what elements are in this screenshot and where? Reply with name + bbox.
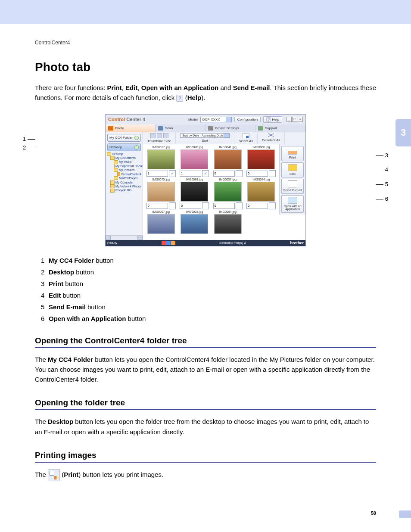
thumbnail[interactable] [214, 149, 242, 169]
refresh-icon [134, 136, 139, 140]
check-icon[interactable] [202, 202, 209, 209]
device-icon [208, 126, 213, 131]
select-all-icon [243, 133, 249, 138]
print-button[interactable]: Print [281, 146, 304, 161]
check-icon[interactable] [169, 202, 176, 209]
tab-scan[interactable]: Scan [156, 124, 206, 132]
callout-4: 4 [376, 166, 388, 173]
qty-input[interactable] [180, 171, 201, 177]
send-email-button[interactable]: Send E-mail [281, 179, 304, 194]
select-all-button[interactable]: Select All [234, 132, 258, 144]
thumbnail[interactable] [247, 149, 275, 169]
qty-input[interactable] [180, 203, 201, 209]
thumbnail-size-control[interactable]: Thumbnail Size [143, 132, 176, 144]
model-select[interactable]: DCP-XXXX [200, 117, 232, 122]
deselect-all-button[interactable]: Deselect All [258, 132, 285, 144]
edit-button[interactable]: Edit [281, 162, 304, 177]
section-rule [35, 409, 376, 410]
configuration-button[interactable]: Configuration [234, 117, 261, 122]
help-button[interactable]: ? Help [263, 116, 282, 123]
section-body: The (Print) button lets you print images… [35, 469, 376, 481]
thumbnail-grid: IMG0017.jpg✓ IMG0020.jpg✓ IMG0041.jpg IM… [143, 144, 279, 235]
support-icon [258, 126, 263, 131]
model-label: Model [188, 118, 198, 121]
print-icon [48, 469, 60, 481]
status-bar: Ready Selected File(s) 2 brother [106, 240, 305, 246]
qty-input[interactable] [246, 171, 268, 177]
print-icon [288, 148, 297, 155]
window-controls[interactable]: _□× [286, 117, 303, 122]
check-icon[interactable] [269, 202, 276, 209]
intro-paragraph: There are four functions: Print, Edit, O… [35, 83, 376, 103]
callout-3: 3 [376, 152, 388, 159]
section-body: The Desktop button lets you open the fol… [35, 417, 376, 437]
thumbnail[interactable] [181, 149, 208, 169]
thumbnail[interactable] [247, 182, 275, 202]
qty-input[interactable] [146, 203, 168, 209]
section-body: The My CC4 Folder button lets you open t… [35, 355, 376, 385]
thumbnail[interactable] [181, 214, 208, 234]
photo-icon [108, 126, 113, 131]
deselect-all-icon [268, 133, 274, 137]
section-heading: Opening the ControlCenter4 folder tree [35, 336, 376, 345]
section-heading: Printing images [35, 451, 376, 460]
qty-input[interactable] [146, 171, 168, 177]
app-brand: Control Center 4 [108, 117, 145, 122]
open-with-icon [288, 197, 297, 204]
check-icon[interactable] [269, 170, 276, 177]
qty-input[interactable] [213, 171, 235, 177]
refresh-icon [134, 145, 139, 149]
tab-support[interactable]: Support [255, 124, 305, 132]
legend-list: 1My CC4 Folder button 2Desktop button 3P… [41, 257, 376, 322]
sort-control[interactable]: Sort by Date - Ascending Orde Sort [176, 132, 234, 144]
open-with-app-button[interactable]: Open with an Application [281, 195, 304, 213]
top-banner [0, 0, 411, 24]
thumbnail[interactable] [147, 182, 175, 202]
thumbnail[interactable] [147, 214, 175, 234]
edit-icon [288, 164, 297, 171]
page-title: Photo tab [35, 60, 376, 74]
callout-5: 5 [376, 181, 388, 187]
tab-photo[interactable]: Photo [106, 124, 156, 132]
controlcenter-window: Control Center 4 Model DCP-XXXX Configur… [105, 114, 306, 246]
sidebar-scrollbar[interactable]: ‹› [106, 235, 143, 240]
check-icon[interactable] [236, 170, 243, 177]
page-number: 58 [371, 510, 376, 516]
callout-6: 6 [376, 196, 388, 202]
thumbnail[interactable] [181, 182, 208, 202]
check-icon[interactable]: ✓ [202, 170, 209, 177]
section-rule [35, 462, 376, 463]
section-heading: Opening the folder tree [35, 398, 376, 408]
check-icon[interactable] [236, 202, 243, 209]
my-cc4-folder-button[interactable]: My CC4 Folder [107, 134, 141, 142]
breadcrumb: ControlCenter4 [0, 24, 411, 46]
app-screenshot: 1 2 3 4 5 6 Control Center 4 Model DCP-X… [35, 114, 376, 246]
callout-1: 1 [23, 136, 35, 142]
check-icon[interactable]: ✓ [169, 170, 176, 177]
thumbnail[interactable] [214, 182, 242, 202]
thumbnail[interactable] [214, 214, 242, 234]
desktop-button[interactable]: Desktop [107, 143, 141, 151]
email-icon [288, 180, 297, 187]
help-icon: ? [176, 95, 183, 102]
tab-device-settings[interactable]: Device Settings [206, 124, 255, 132]
qty-input[interactable] [213, 203, 235, 209]
thumbnail[interactable] [147, 149, 175, 169]
scan-icon [158, 126, 163, 131]
page-corner-tab [399, 510, 411, 518]
qty-input[interactable] [246, 203, 268, 209]
chapter-tab: 3 [395, 119, 411, 146]
section-rule [35, 347, 376, 348]
callout-2: 2 [23, 144, 35, 151]
folder-tree[interactable]: Desktop My Documents My Music My PaperPo… [106, 151, 143, 235]
